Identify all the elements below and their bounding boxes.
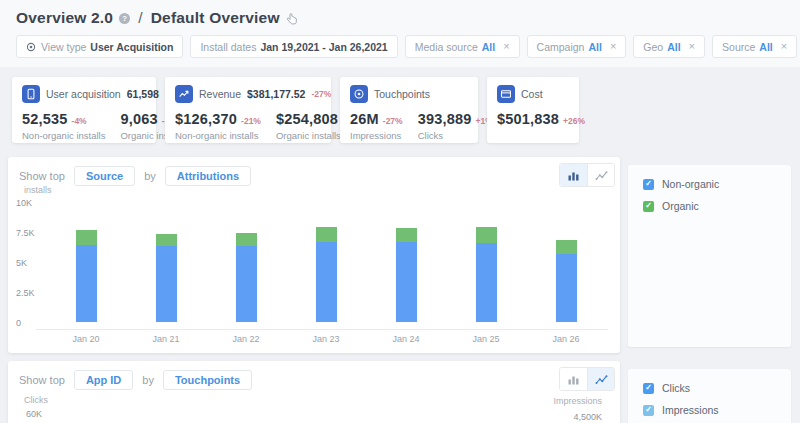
kpi-stat-value: $501,838 [497,111,559,127]
installs-section: Show top Source by Attributions installs… [8,157,800,353]
filter-chip-label: Campaign [537,41,585,53]
metric-dropdown[interactable]: Touchpoints [163,370,252,390]
kpi-stat-value-row: $501,838+26% [497,111,585,127]
breadcrumb-separator: / [138,9,143,27]
non-organic-segment [316,242,337,322]
page-title-row: Overview 2.0 ? / Default Overview [16,6,800,30]
legend-item-impressions[interactable]: ✓Impressions [643,404,791,416]
dimension-dropdown[interactable]: App ID [74,370,133,390]
mobile-icon [22,85,40,103]
kpi-card-touchpoints: Touchpoints26M-27%Impressions393,889+1%C… [340,77,478,143]
install-dates-filter[interactable]: Install dates Jan 19,2021 - Jan 26,2021 [190,35,397,58]
checkbox-checked-icon[interactable]: ✓ [643,179,654,190]
checkbox-checked-icon[interactable]: ✓ [643,201,654,212]
dashboard-name[interactable]: Default Overview [151,9,280,27]
legend-label: Clicks [662,382,690,394]
filter-chip-value: All [759,41,772,53]
x-tick-label: Jan 22 [206,334,286,344]
legend-item-clicks[interactable]: ✓Clicks [643,382,791,394]
bar-jan-21[interactable] [156,234,177,322]
by-label: by [144,170,156,182]
close-icon[interactable]: × [610,41,616,52]
kpi-stat-value: 26M [350,111,379,127]
organic-segment [236,233,257,246]
non-organic-segment [476,243,497,322]
dimension-dropdown[interactable]: Source [74,166,135,186]
filter-chip-value: All [667,41,680,53]
legend-label: Organic [662,200,699,212]
kpi-title: User acquisition [46,88,121,100]
legend-label: Impressions [662,404,719,416]
organic-segment [556,240,577,253]
bar-jan-25[interactable] [476,227,497,322]
kpi-title: Cost [521,88,543,100]
kpi-card-revenue: Revenue$381,177.52-27%$126,370-21%Non-or… [165,77,331,143]
x-tick-label: Jan 24 [366,334,446,344]
filter-chip-media-source[interactable]: Media sourceAll× [405,35,520,58]
filter-chip-label: Geo [643,41,663,53]
kpi-stat-label: Clicks [418,130,493,141]
bar-chart-icon[interactable] [560,368,587,390]
checkbox-checked-icon[interactable]: ✓ [643,383,654,394]
card-icon [497,85,515,103]
x-tick-label: Jan 20 [46,334,126,344]
bar-chart-icon[interactable] [560,164,587,186]
bar-jan-26[interactable] [556,240,577,322]
kpi-stat-value: 9,063 [120,111,157,127]
filter-chip-label: Media source [415,41,478,53]
bar-jan-20[interactable] [76,230,97,322]
bar-jan-24[interactable] [396,228,417,322]
touchpoints-section: Show top App ID by Touchpoints Clicks 60… [8,361,800,423]
kpi-card-header: User acquisition61,598-6% [22,85,146,103]
show-top-label: Show top [19,170,65,182]
right-axis-label: Impressions [553,396,602,406]
top-bar: Overview 2.0 ? / Default Overview View t… [0,0,800,67]
hand-cursor-icon [286,12,297,30]
kpi-title: Touchpoints [374,88,430,100]
line-chart-icon[interactable] [587,164,614,186]
kpi-stat-change: +26% [563,116,585,126]
chart-type-toggle [559,163,615,187]
close-icon[interactable]: × [781,41,787,52]
installs-legend-panel: ✓Non-organic✓Organic [628,165,791,347]
non-organic-segment [396,242,417,322]
organic-segment [76,230,97,244]
kpi-stat-change: -27% [383,116,403,126]
by-label: by [142,374,154,386]
kpi-stat-label: Impressions [350,130,403,141]
bar-jan-22[interactable] [236,233,257,322]
legend-item-non-organic[interactable]: ✓Non-organic [643,178,791,190]
metric-dropdown[interactable]: Attributions [165,166,251,186]
show-top-label: Show top [19,374,65,386]
close-icon[interactable]: × [689,41,695,52]
kpi-stat: $126,370-21%Non-organic installs [175,111,261,141]
view-type-filter[interactable]: View type User Acquisition [16,35,183,58]
question-circle-icon[interactable]: ? [119,13,130,24]
y-tick-label: 0 [16,318,21,328]
install-dates-label: Install dates [200,41,256,53]
legend-label: Non-organic [662,178,719,190]
kpi-stat: 393,889+1%Clicks [418,111,493,141]
close-icon[interactable]: × [503,41,509,52]
touchpoints-chart-card: Show top App ID by Touchpoints Clicks 60… [8,361,620,423]
filter-chip-geo[interactable]: GeoAll× [633,35,705,58]
filter-chip-campaign[interactable]: CampaignAll× [527,35,627,58]
chart-type-toggle [559,367,615,391]
line-chart-icon[interactable] [587,368,614,390]
view-type-label: View type [41,41,86,53]
bar-jan-23[interactable] [316,227,337,322]
kpi-stat-change: -4% [72,116,87,126]
filter-chip-source[interactable]: SourceAll× [712,35,797,58]
kpi-stats-row: 52,535-4%Non-organic installs9,063-17%Or… [22,111,146,141]
kpi-card-header: Cost [497,85,569,103]
kpi-stat-label: Non-organic installs [22,130,105,141]
organic-segment [476,227,497,243]
trend-icon [175,85,193,103]
filter-chip-value: All [588,41,601,53]
kpi-stat: 26M-27%Impressions [350,111,403,141]
legend-item-organic[interactable]: ✓Organic [643,200,791,212]
left-axis-top-tick: 60K [26,409,42,419]
checkbox-checked-icon[interactable]: ✓ [643,405,654,416]
installs-chart-card: Show top Source by Attributions installs… [8,157,620,353]
organic-segment [156,234,177,247]
